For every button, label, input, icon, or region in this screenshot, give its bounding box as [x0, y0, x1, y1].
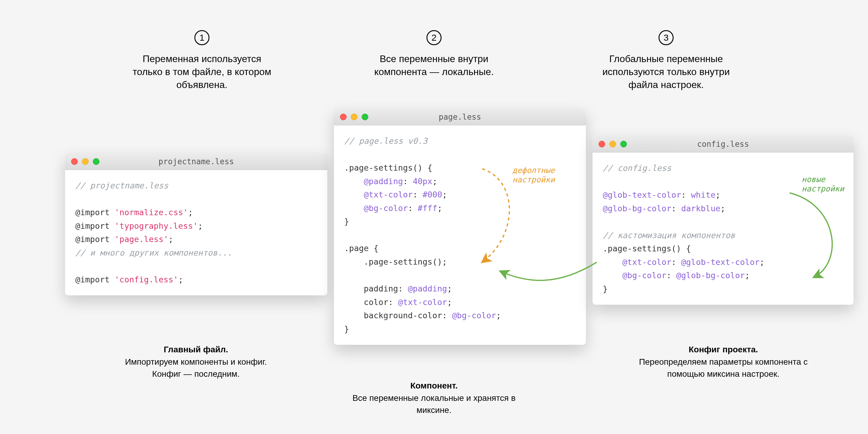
caption-title: Главный файл.	[164, 345, 228, 354]
titlebar: config.less	[592, 135, 854, 153]
window-projectname: projectname.less // projectname.less @im…	[65, 153, 327, 296]
window-title: page.less	[334, 113, 586, 121]
titlebar: projectname.less	[65, 153, 327, 170]
close-icon[interactable]	[598, 141, 605, 147]
step-badge-1: 1	[194, 30, 210, 45]
minimize-icon[interactable]	[610, 141, 616, 147]
window-page: page.less // page.less v0.3 .page-settin…	[334, 108, 586, 345]
step-2: 2 Все переменные внутри компонента — лок…	[362, 30, 506, 79]
caption-body: Переопределяем параметры компонента с по…	[639, 357, 808, 379]
step-3: 3 Глобальные переменные используются тол…	[594, 30, 738, 92]
zoom-icon[interactable]	[362, 114, 368, 120]
caption-body: Импортируем компоненты и конфиг. Конфиг …	[125, 357, 267, 379]
traffic-lights	[340, 114, 368, 120]
step-desc-3: Глобальные переменные используются тольк…	[594, 53, 738, 92]
code-block: // projectname.less @import 'normalize.c…	[65, 170, 327, 296]
zoom-icon[interactable]	[620, 141, 627, 147]
step-badge-3: 3	[658, 30, 674, 45]
caption-3: Конфиг проекта. Переопределяем параметры…	[639, 344, 808, 380]
caption-title: Компонент.	[410, 381, 458, 390]
step-desc-1: Переменная используется только в том фай…	[130, 53, 274, 92]
step-badge-2: 2	[427, 30, 441, 45]
step-desc-2: Все переменные внутри компонента — локал…	[362, 53, 506, 79]
caption-title: Конфиг проекта.	[689, 345, 758, 354]
traffic-lights	[598, 141, 627, 147]
titlebar: page.less	[334, 108, 586, 125]
zoom-icon[interactable]	[93, 158, 99, 165]
step-1: 1 Переменная используется только в том ф…	[130, 30, 274, 92]
minimize-icon[interactable]	[351, 114, 358, 120]
window-title: projectname.less	[65, 157, 327, 166]
close-icon[interactable]	[71, 158, 78, 165]
code-block: // page.less v0.3 .page-settings() { @pa…	[334, 125, 586, 345]
window-config: config.less // config.less @glob-text-co…	[592, 135, 854, 305]
caption-1: Главный файл. Импортируем компоненты и к…	[112, 344, 280, 380]
close-icon[interactable]	[340, 114, 347, 120]
window-title: config.less	[592, 140, 854, 149]
annotation-default-settings: дефолтныенастройки	[513, 166, 555, 184]
traffic-lights	[71, 158, 99, 165]
caption-body: Все переменные локальные и хранятся в ми…	[352, 393, 516, 415]
caption-2: Компонент. Все переменные локальные и хр…	[350, 380, 518, 416]
minimize-icon[interactable]	[82, 158, 89, 165]
annotation-new-settings: новыенастройки	[802, 175, 844, 193]
